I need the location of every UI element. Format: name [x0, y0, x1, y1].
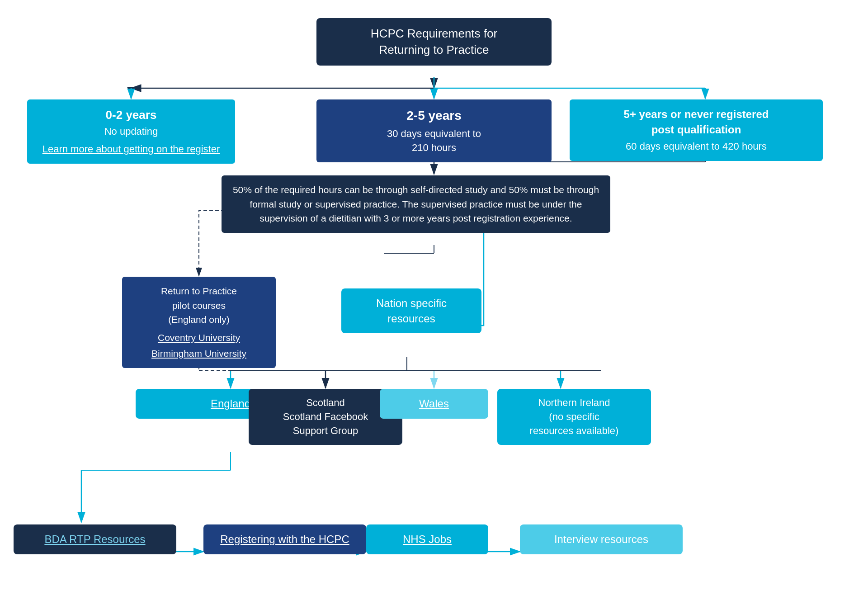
- info-box: 50% of the required hours can be through…: [222, 175, 610, 233]
- scotland-text: Scotland Scotland Facebook Support Group: [283, 397, 368, 436]
- northern-ireland-text: Northern Ireland (no specific resources …: [530, 397, 619, 436]
- years-2-5-sub: 30 days equivalent to 210 hours: [326, 127, 542, 155]
- years-5-title: 5+ years or never registered post qualif…: [579, 107, 814, 137]
- main-title-box: HCPC Requirements for Returning to Pract…: [316, 18, 552, 66]
- bda-rtp-link[interactable]: BDA RTP Resources: [44, 533, 145, 545]
- years-5-sub: 60 days equivalent to 420 hours: [579, 140, 814, 154]
- rtp-coventry-link[interactable]: Coventry University: [131, 331, 267, 345]
- rtp-box: Return to Practice pilot courses (Englan…: [122, 277, 276, 368]
- nation-specific-text: Nation specific resources: [376, 297, 447, 325]
- interview-box[interactable]: Interview resources: [520, 524, 683, 554]
- nation-specific-box: Nation specific resources: [341, 288, 481, 333]
- nhs-jobs-box[interactable]: NHS Jobs: [366, 524, 488, 554]
- registering-box[interactable]: Registering with the HCPC: [203, 524, 366, 554]
- years-0-2-box: 0-2 years No updating Learn more about g…: [27, 99, 235, 164]
- years-0-2-sub: No updating: [36, 125, 226, 139]
- england-link[interactable]: England: [211, 397, 250, 410]
- years-0-2-link[interactable]: Learn more about getting on the register: [42, 143, 220, 155]
- interview-label: Interview resources: [554, 533, 648, 545]
- scotland-box: Scotland Scotland Facebook Support Group: [249, 389, 402, 445]
- years-2-5-box: 2-5 years 30 days equivalent to 210 hour…: [316, 99, 552, 162]
- years-0-2-title: 0-2 years: [36, 107, 226, 123]
- northern-ireland-box: Northern Ireland (no specific resources …: [497, 389, 651, 445]
- registering-link[interactable]: Registering with the HCPC: [220, 533, 349, 545]
- wales-link[interactable]: Wales: [419, 397, 449, 410]
- rtp-title: Return to Practice pilot courses (Englan…: [131, 284, 267, 327]
- wales-box[interactable]: Wales: [380, 389, 488, 419]
- rtp-birmingham-link[interactable]: Birmingham University: [131, 346, 267, 361]
- diagram-container: HCPC Requirements for Returning to Pract…: [0, 0, 868, 614]
- bda-rtp-box[interactable]: BDA RTP Resources: [14, 524, 176, 554]
- years-2-5-title: 2-5 years: [326, 107, 542, 124]
- nhs-jobs-link[interactable]: NHS Jobs: [403, 533, 452, 545]
- years-5-box: 5+ years or never registered post qualif…: [570, 99, 823, 161]
- info-text: 50% of the required hours can be through…: [233, 184, 599, 223]
